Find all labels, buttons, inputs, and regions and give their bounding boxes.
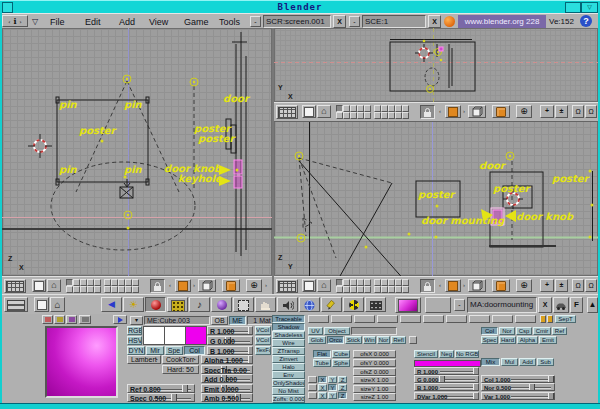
map-nor-slider[interactable]: Nor 0.500 [481,383,555,391]
lock-button-br[interactable] [420,279,435,293]
material-buttons-button[interactable] [145,297,166,312]
refl-button[interactable]: Refl [391,336,406,344]
dyn-button[interactable]: DYN [127,346,145,355]
texture-slot[interactable] [354,315,375,323]
maximize-box[interactable] [565,2,581,13]
mapz-z[interactable]: Z [338,392,347,399]
flag-traceable[interactable]: Traceable [272,315,305,323]
color-swatch-mir[interactable] [185,326,207,345]
tex-g-slider[interactable]: G 0.000 [414,375,479,383]
spe-button[interactable]: Spe [165,346,183,355]
pivot-button-br[interactable] [492,279,510,292]
small-blank-button[interactable] [409,336,417,344]
map-csp-button[interactable]: Csp [516,327,532,335]
b-slider[interactable]: B 1.000 [207,346,253,355]
spec-slider[interactable]: Spec 0.500 [127,393,195,402]
mapz-y[interactable]: Y [328,392,337,399]
preview-sphere-button[interactable] [54,315,65,324]
hard-number-button[interactable]: Hard: 50 [162,365,199,374]
scene-buttons-button[interactable] [299,297,320,312]
hsv-button[interactable]: HSV [127,336,142,345]
draw-type-button[interactable] [468,105,486,118]
orco-button[interactable]: Orco [327,336,344,344]
texture-slot[interactable] [492,315,513,323]
layer-buttons-left[interactable] [66,279,142,293]
flag-env[interactable]: Env [272,371,305,379]
r-slider[interactable]: R 1.000 [207,326,253,335]
proportional-edit-button-left[interactable]: ⊕ [246,279,262,292]
tex-r-slider[interactable]: R 1.000 [414,367,479,375]
pivot-button[interactable] [492,105,510,118]
texture-slot[interactable] [400,315,421,323]
flag-shadeless[interactable]: Shadeless [272,331,305,339]
rotate-view-button-br-2[interactable]: Ω [585,279,597,292]
mapx-blank[interactable] [308,376,317,383]
map-ref-button[interactable]: Ref [552,327,567,335]
home-button-panel[interactable]: ⌂ [50,297,65,312]
select-mode-button[interactable] [445,105,461,118]
translate-view-button-br[interactable]: + [540,279,554,292]
material-name-field[interactable]: MA:doormounting [467,297,537,313]
rgb-button[interactable]: RGB [127,326,142,335]
menu-file[interactable]: File [50,17,65,27]
door-object[interactable] [226,32,247,256]
mapy-x[interactable]: X [318,384,327,391]
map-col-button[interactable]: Col [481,327,498,335]
window-type-button-left[interactable] [4,279,26,293]
mapy-z[interactable]: Z [338,384,347,391]
mapz-x[interactable]: X [318,392,327,399]
tex-b-slider[interactable]: B 1.000 [414,383,479,391]
collapse-button-2[interactable]: - [349,16,360,27]
material-delete-button[interactable]: X [538,297,552,313]
flag-zinvert[interactable]: Zinvert [272,355,305,363]
col-button[interactable]: Col [184,346,205,355]
texface-button[interactable]: TexFace [255,346,271,355]
blend-sub-button[interactable]: Sub [537,358,554,366]
mapx-x[interactable]: X [318,376,327,383]
constraint-buttons-button[interactable] [255,297,276,312]
help-icon[interactable]: ? [580,15,592,27]
flag-halo[interactable]: Halo [272,363,305,371]
win-button[interactable]: Win [363,336,376,344]
autoname-button[interactable] [553,297,569,313]
map-nor-button[interactable]: Nor [499,327,515,335]
map-alpha-button[interactable]: Alpha [517,336,538,344]
select-mode-button-br[interactable] [445,279,461,292]
spectra-slider[interactable]: SpecTra 0.00 [201,365,253,374]
material-preview-button[interactable] [395,297,421,313]
rotate-view-button[interactable]: Ω [572,105,584,118]
layer-buttons-br[interactable] [336,279,412,293]
rotate-view-button-2[interactable]: Ω [585,105,597,118]
map-emit-button[interactable]: Emit [539,336,557,344]
full-window-button-br[interactable] [302,279,316,292]
lock-button[interactable] [420,105,435,119]
uv-button[interactable]: UV [308,327,323,335]
glob-button[interactable]: Glob [308,336,326,344]
blank-button[interactable] [425,297,451,313]
diffuse-shader-menu[interactable]: Lambert [127,355,161,364]
ofsz-number[interactable]: ofsZ 0.000 [353,368,396,376]
select-mode-button-left[interactable] [175,279,191,292]
ofsy-number[interactable]: ofsY 0.000 [353,359,396,367]
zoom-view-button-br[interactable]: ± [555,279,568,292]
window-type-button[interactable] [276,105,298,119]
texture-slot[interactable] [469,315,490,323]
copy-material-button[interactable] [113,315,127,324]
blend-add-button[interactable]: Add [519,358,536,366]
amb-slider[interactable]: Amb 0.500 [201,393,253,402]
neg-button[interactable]: Neg [439,350,454,358]
map-hard-button[interactable]: Hard [499,336,516,344]
tex-channel-down-button[interactable] [547,315,553,323]
mesh-name-field[interactable]: ME:Cube.003 [144,316,210,325]
world-buttons-button[interactable] [211,297,232,312]
ofsx-number[interactable]: ofsX 0.000 [353,350,396,358]
tex-channel-up-button[interactable] [540,315,546,323]
texture-slot[interactable] [515,315,536,323]
spec-shader-menu[interactable]: CookTorr [162,355,199,364]
texture-channel-slots[interactable] [308,315,538,323]
collapse-button[interactable]: - [250,16,261,27]
lock-button-left[interactable] [150,279,165,293]
mapz-blank[interactable] [308,392,317,399]
proportional-edit-button-br[interactable]: ⊕ [516,279,532,292]
proportional-edit-button[interactable]: ⊕ [516,105,532,118]
